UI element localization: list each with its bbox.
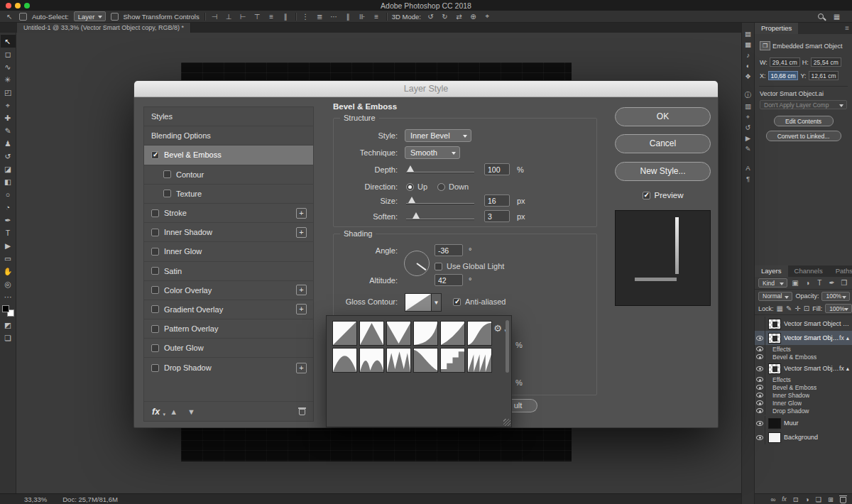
history-brush-tool[interactable]: ↺ xyxy=(1,150,16,163)
add-stroke-icon[interactable]: + xyxy=(296,208,307,219)
new-style-button[interactable]: New Style... xyxy=(615,162,711,181)
layer-thumbnail[interactable] xyxy=(768,333,781,344)
marquee-tool[interactable]: ◻ xyxy=(1,48,16,60)
visibility-toggle[interactable] xyxy=(755,353,765,361)
width-value[interactable]: 29,41 cm xyxy=(770,57,800,67)
document-size-info[interactable]: Doc: 25,7M/81,6M xyxy=(62,495,118,503)
contour-cove-shallow-icon[interactable] xyxy=(440,321,465,346)
outer-glow-checkbox[interactable] xyxy=(151,344,159,352)
stroke-checkbox[interactable] xyxy=(151,209,159,217)
distribute-vertical-icon[interactable]: ⋮ xyxy=(301,13,310,21)
minimize-window-icon[interactable] xyxy=(15,3,21,9)
brushes-panel-icon[interactable]: ✎ xyxy=(743,143,754,154)
3d-rotate-icon[interactable]: ↺ xyxy=(426,13,435,21)
blur-tool[interactable]: ○ xyxy=(1,188,16,201)
move-effect-up-icon[interactable]: ▲ xyxy=(170,407,178,416)
adjustments-panel-icon[interactable]: ◐ xyxy=(743,60,754,71)
quick-selection-tool[interactable]: ✳ xyxy=(1,73,16,86)
y-value[interactable]: 12,61 cm xyxy=(809,71,839,80)
gradient-overlay-checkbox[interactable] xyxy=(151,305,159,313)
crop-tool[interactable]: ◰ xyxy=(1,86,16,99)
contour-cone-icon[interactable] xyxy=(359,321,384,346)
info-panel-icon[interactable]: ⓘ xyxy=(743,90,754,101)
tab-paths[interactable]: Paths xyxy=(829,265,852,277)
distribute-width-icon[interactable]: ⊪ xyxy=(358,13,367,21)
angle-dial-pointer[interactable] xyxy=(416,263,426,270)
contour-rounded-steps-icon[interactable] xyxy=(440,348,465,373)
eye-icon[interactable] xyxy=(756,385,763,390)
soften-slider-thumb[interactable] xyxy=(413,212,420,219)
align-bottom-icon[interactable]: ∥ xyxy=(281,13,290,21)
cancel-button[interactable]: Cancel xyxy=(615,134,711,153)
preview-checkbox[interactable] xyxy=(643,192,650,199)
align-center-h-icon[interactable]: ⊥ xyxy=(224,13,234,21)
use-global-light-checkbox[interactable] xyxy=(435,263,442,270)
window-controls[interactable] xyxy=(6,3,30,9)
style-item-stroke[interactable]: Stroke+ xyxy=(144,204,313,223)
layer-fx-badge[interactable]: fx▴ xyxy=(839,365,852,372)
filter-shape-layers-icon[interactable]: ✒ xyxy=(828,279,836,287)
visibility-toggle[interactable] xyxy=(755,317,765,331)
filter-adjustment-layers-icon[interactable]: ◑ xyxy=(803,279,812,287)
eraser-tool[interactable]: ◪ xyxy=(1,163,16,175)
add-color-overlay-icon[interactable]: + xyxy=(296,285,307,295)
bevel-style-dropdown[interactable]: Inner Bevel xyxy=(405,129,471,142)
satin-checkbox[interactable] xyxy=(151,267,159,275)
filter-kind-dropdown[interactable]: Kind xyxy=(758,278,787,287)
lock-transparent-pixels-icon[interactable]: ▦ xyxy=(777,305,783,312)
document-tab[interactable]: Untitled-1 @ 33,3% (Vector Smart Object … xyxy=(17,23,191,33)
depth-slider-thumb[interactable] xyxy=(407,165,414,172)
filter-smart-objects-icon[interactable]: ❒ xyxy=(840,279,848,287)
visibility-toggle[interactable] xyxy=(755,416,765,430)
resize-grip-icon[interactable] xyxy=(503,419,510,426)
add-drop-shadow-icon[interactable]: + xyxy=(296,363,307,373)
filter-type-layers-icon[interactable]: T xyxy=(815,279,824,287)
libraries-panel-icon[interactable]: ♪ xyxy=(743,50,754,60)
swatches-panel-icon[interactable]: ▦ xyxy=(743,39,754,50)
ok-button[interactable]: OK xyxy=(615,107,711,126)
layer-effects-icon[interactable]: fx xyxy=(782,495,787,503)
visibility-toggle[interactable] xyxy=(755,430,765,444)
visibility-toggle[interactable] xyxy=(755,376,765,383)
fx-menu-icon[interactable]: fx xyxy=(152,407,160,417)
style-item-bevel-emboss[interactable]: Bevel & Emboss xyxy=(144,146,313,165)
eye-icon[interactable] xyxy=(756,354,763,359)
collapse-effects-icon[interactable]: ▴ xyxy=(846,365,849,372)
effect-name[interactable]: Inner Glow xyxy=(772,400,802,407)
pattern-overlay-checkbox[interactable] xyxy=(151,325,159,333)
search-icon[interactable] xyxy=(818,13,824,19)
delete-effect-icon[interactable] xyxy=(299,407,305,415)
3d-scale-icon[interactable]: ⌖ xyxy=(483,12,492,21)
auto-select-checkbox[interactable] xyxy=(19,13,27,21)
gloss-contour-dropdown-icon[interactable]: ▼ xyxy=(432,293,442,312)
contour-picker-menu-gear-icon[interactable]: ⚙ xyxy=(493,323,502,334)
layer-row[interactable]: Vector Smart Object copy 2 xyxy=(755,317,852,331)
contour-checkbox[interactable] xyxy=(163,170,171,178)
paragraph-panel-icon[interactable]: ¶ xyxy=(743,173,754,184)
adjustment-layer-icon[interactable]: ◑ xyxy=(805,495,809,503)
contour-cove-deep-icon[interactable] xyxy=(413,321,438,346)
effect-row[interactable]: Bevel & Emboss xyxy=(755,383,852,391)
workspace-switcher-icon[interactable]: ▦ xyxy=(832,13,841,21)
layer-row[interactable]: Muur xyxy=(755,416,852,430)
lock-all-icon[interactable]: ⊡ xyxy=(804,305,809,312)
3d-slide-icon[interactable]: ⊕ xyxy=(469,13,478,21)
layer-row[interactable]: Vector Smart Object fx▴ xyxy=(755,361,852,376)
angle-input[interactable] xyxy=(435,244,463,256)
color-panel-icon[interactable]: ▤ xyxy=(743,28,754,39)
inner-glow-checkbox[interactable] xyxy=(151,248,159,256)
auto-select-target-dropdown[interactable]: Layer xyxy=(74,11,106,21)
layer-fx-badge[interactable]: fx▴ xyxy=(839,334,852,341)
edit-contents-button[interactable]: Edit Contents xyxy=(774,116,834,126)
add-gradient-overlay-icon[interactable]: + xyxy=(296,304,307,314)
layer-thumbnail[interactable] xyxy=(768,432,781,443)
layer-thumbnail[interactable] xyxy=(768,319,781,329)
distribute-horizontal-icon[interactable]: ⋯ xyxy=(329,13,339,21)
current-tool-icon[interactable]: ↖ xyxy=(5,13,14,21)
effect-name[interactable]: Inner Shadow xyxy=(772,392,809,399)
layer-row-selected[interactable]: Vector Smart Object c... fx▴ xyxy=(755,331,852,345)
distribute-middle-icon[interactable]: ≣ xyxy=(315,13,324,21)
depth-slider[interactable] xyxy=(406,165,474,175)
effect-name[interactable]: Drop Shadow xyxy=(772,407,809,415)
contour-linear-icon[interactable] xyxy=(332,321,357,346)
